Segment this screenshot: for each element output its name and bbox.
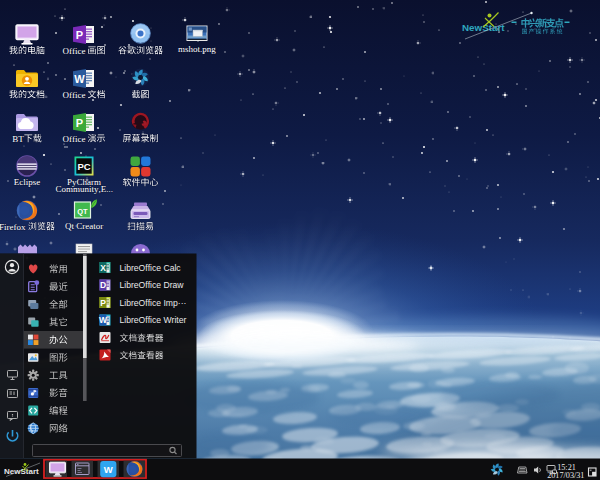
svg-text:LibreOffice Imp···: LibreOffice Imp··· xyxy=(120,298,187,308)
svg-text:W: W xyxy=(104,464,113,475)
svg-text:Office: Office xyxy=(63,90,86,100)
svg-text:P: P xyxy=(76,117,83,129)
svg-text:LibreOffice Writer: LibreOffice Writer xyxy=(120,315,187,325)
svg-text:W: W xyxy=(74,73,85,85)
svg-text:LibreOffice Draw: LibreOffice Draw xyxy=(120,280,185,290)
svg-text:PC: PC xyxy=(77,161,90,172)
svg-text:Firefox: Firefox xyxy=(0,222,26,232)
svg-text:W: W xyxy=(99,315,108,325)
svg-text:P: P xyxy=(100,298,106,308)
svg-text:QT: QT xyxy=(77,207,88,216)
svg-text:Office: Office xyxy=(63,46,86,56)
svg-text:LibreOffice Calc: LibreOffice Calc xyxy=(120,263,182,273)
svg-text:D: D xyxy=(100,280,106,290)
svg-text:2017/03/31: 2017/03/31 xyxy=(547,471,584,480)
svg-text:Eclipse: Eclipse xyxy=(14,177,41,187)
svg-text:BT: BT xyxy=(12,134,24,144)
svg-text:mshot.png: mshot.png xyxy=(178,44,216,54)
svg-text:P: P xyxy=(76,29,83,41)
svg-text:Office: Office xyxy=(63,134,86,144)
svg-text:Qt Creator: Qt Creator xyxy=(65,221,103,231)
svg-text:Community,E...: Community,E... xyxy=(56,184,114,194)
svg-text:X: X xyxy=(100,263,106,273)
